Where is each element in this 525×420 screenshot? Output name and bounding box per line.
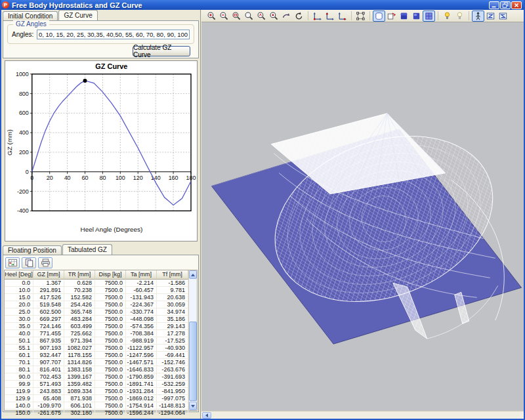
tab-initial-condition[interactable]: Initial Condition: [3, 11, 58, 20]
viewport-hscrollbar[interactable]: [201, 411, 524, 419]
table-cell: -1148.813: [157, 402, 188, 409]
table-row[interactable]: 150.0-261.675302.1807500.0-1596.244-1294…: [5, 410, 188, 417]
table-cell: 365.748: [64, 308, 95, 315]
axis-top-button[interactable]: [336, 10, 348, 22]
minimize-button[interactable]: [489, 1, 499, 9]
table-row[interactable]: 119.9243.8831089.3347500.0-1931.284-841.…: [5, 388, 188, 395]
table-cell: -448.098: [126, 316, 157, 322]
zoom-extents-button[interactable]: [255, 10, 268, 22]
axis-side-button[interactable]: [324, 10, 336, 22]
light-on-button[interactable]: [441, 10, 453, 22]
table-row[interactable]: 40.0771.455725.6627500.0-708.38417.278: [5, 330, 188, 337]
scrollbar-thumb[interactable]: [189, 322, 197, 401]
column-header[interactable]: GZ [mm]: [33, 270, 64, 280]
render-flat-button[interactable]: [398, 10, 410, 22]
render-wireframe-button[interactable]: [373, 10, 385, 22]
camera-person-button[interactable]: [472, 10, 484, 22]
table-row[interactable]: 70.1907.7071314.8267500.0-1467.571-152.7…: [5, 359, 188, 366]
svg-text:200: 200: [19, 149, 29, 156]
svg-text:0: 0: [26, 169, 29, 175]
close-button[interactable]: [511, 1, 522, 9]
table-scrollbar[interactable]: [188, 270, 197, 410]
table-cell: -60.457: [126, 287, 157, 293]
column-header[interactable]: TR [mm]: [64, 270, 95, 280]
table-row[interactable]: 90.0702.4531399.1677500.0-1790.859-391.6…: [5, 373, 188, 381]
render-textured-button[interactable]: [423, 10, 435, 22]
table-cell: 10.0: [5, 287, 33, 293]
table-row[interactable]: 55.1907.1931082.0277500.0-1122.957-40.93…: [5, 345, 188, 352]
table-cell: 7500.0: [95, 323, 126, 329]
view-plane-z1-button[interactable]: [484, 10, 497, 22]
table-row[interactable]: 25.0602.500365.7487500.0-330.77434.974: [5, 308, 188, 316]
table-cell: 20.0: [5, 301, 33, 308]
zoom-window-button[interactable]: [230, 10, 243, 22]
table-cell: 7500.0: [95, 395, 126, 402]
svg-text:120: 120: [133, 175, 143, 181]
table-row[interactable]: 50.1867.935971.3947500.0-988.919-17.525: [5, 337, 188, 345]
table-row[interactable]: 15.0417.526152.5827500.0-131.94320.638: [5, 294, 188, 301]
table-cell: 871.938: [64, 395, 95, 402]
copy-button[interactable]: [22, 257, 36, 268]
table-row[interactable]: 99.9571.4931359.4827500.0-1891.741-532.2…: [5, 381, 188, 388]
bounding-box-button[interactable]: [354, 10, 367, 22]
zoom-selected-button[interactable]: [268, 10, 280, 22]
table-cell: 35.0: [5, 323, 33, 329]
table-cell: -841.950: [157, 388, 188, 394]
table-cell: 7500.0: [95, 345, 126, 351]
scroll-up-button[interactable]: [189, 270, 197, 279]
table-cell: -574.356: [126, 323, 157, 329]
column-header[interactable]: Ta [mm]: [126, 270, 157, 280]
render-shaded-button[interactable]: [410, 10, 423, 22]
column-header[interactable]: Disp [kg]: [95, 270, 126, 280]
orbit-button[interactable]: [280, 10, 293, 22]
table-row[interactable]: 0.01.3670.6287500.0-2.214-1.586: [5, 280, 188, 287]
view-plane-z2-button[interactable]: [497, 10, 509, 22]
table-row[interactable]: 35.0724.146603.4997500.0-574.35629.143: [5, 323, 188, 330]
tab-tabulated-gz[interactable]: Tabulated GZ: [62, 244, 112, 255]
table-row[interactable]: 80.1816.4011383.1587500.0-1646.833-263.6…: [5, 366, 188, 373]
table-cell: 243.883: [33, 388, 64, 394]
3d-viewport[interactable]: [201, 22, 524, 411]
table-cell: 30.059: [157, 301, 188, 308]
print-button[interactable]: [38, 257, 52, 268]
table-cell: 15.0: [5, 294, 33, 301]
table-cell: -1790.859: [126, 373, 157, 380]
table-cell: 34.974: [157, 308, 188, 315]
render-hidden-line-button[interactable]: [385, 10, 398, 22]
table-row[interactable]: 10.0291.89170.2387500.0-60.4579.781: [5, 287, 188, 294]
titlebar[interactable]: P Free Body Hydrostatics and GZ Curve: [0, 0, 525, 10]
scroll-down-button[interactable]: [189, 402, 197, 410]
table-row[interactable]: 129.965.408871.9387500.0-1869.012-997.07…: [5, 395, 188, 402]
table-cell: 1178.155: [64, 352, 95, 358]
restore-button[interactable]: [500, 1, 511, 9]
gz-angles-legend: GZ Angles: [13, 20, 49, 28]
zoom-out-button[interactable]: [218, 10, 230, 22]
table-row[interactable]: 140.0-109.970606.1017500.0-1754.914-1148…: [5, 402, 188, 410]
axis-front-button[interactable]: [311, 10, 324, 22]
column-header[interactable]: Tf [mm]: [157, 270, 188, 280]
table-cell: 7500.0: [95, 410, 126, 416]
zoom-in-button[interactable]: [205, 10, 218, 22]
column-header[interactable]: Heel [Deg]: [5, 270, 33, 280]
calculate-gz-curve-button[interactable]: Calculate GZ Curve: [133, 46, 190, 56]
tab-gz-curve[interactable]: GZ Curve: [58, 10, 97, 20]
table-row[interactable]: 30.0669.297483.2847500.0-448.09835.186: [5, 316, 188, 323]
table-row[interactable]: 20.0519.548254.4267500.0-224.36730.059: [5, 301, 188, 308]
angles-input[interactable]: [37, 30, 190, 39]
table-cell: -263.676: [157, 366, 188, 373]
scroll-left-button[interactable]: [202, 412, 211, 419]
tabulated-gz-tabpage: Heel [Deg]GZ [mm]TR [mm]Disp [kg]Ta [mm]…: [3, 255, 199, 412]
tab-floating-position[interactable]: Floating Position: [3, 245, 62, 255]
rotate-view-button[interactable]: [293, 10, 305, 22]
table-row[interactable]: 60.1932.4471178.1557500.0-1247.596-69.44…: [5, 352, 188, 359]
toolbar-separator: [308, 11, 308, 20]
zoom-dynamic-button[interactable]: [243, 10, 255, 22]
svg-text:-400: -400: [17, 207, 29, 214]
viewport-area: [201, 10, 524, 419]
tabulate-gz-button[interactable]: [5, 257, 20, 268]
table-cell: 25.0: [5, 308, 33, 315]
light-off-button[interactable]: [453, 10, 466, 22]
table-cell: -1891.741: [126, 381, 157, 387]
table-cell: 867.935: [33, 337, 64, 344]
table-cell: 702.453: [33, 373, 64, 380]
